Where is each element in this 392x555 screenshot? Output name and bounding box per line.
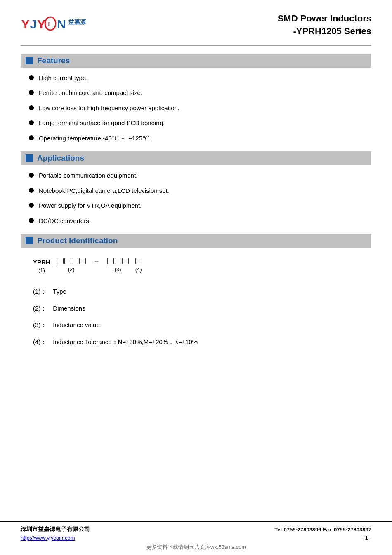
- list-item: Power supply for VTR,OA equipment.: [29, 201, 371, 211]
- list-item: (1)： Type: [33, 287, 371, 296]
- pid-segment-2: (2): [57, 258, 86, 273]
- company-name: 深圳市益嘉源电子有限公司: [21, 526, 90, 533]
- feature-text: Ferrite bobbin core and compact size.: [39, 88, 142, 98]
- features-square-icon: [26, 57, 33, 64]
- pid-label-4: (4): [135, 266, 142, 273]
- applications-section: Applications Portable communication equi…: [21, 151, 371, 225]
- features-section: Features High current type. Ferrite bobb…: [21, 54, 371, 143]
- document-title: SMD Power Inductors -YPRH1205 Series: [278, 12, 371, 38]
- pid-segment-1: YPRH (1): [33, 259, 50, 273]
- pid-box: [57, 258, 64, 264]
- bullet-icon: [29, 173, 34, 178]
- pid-segment-4: (4): [135, 258, 142, 273]
- product-id-section: Product Identification YPRH (1) (2): [21, 234, 371, 346]
- list-item: Large terminal surface for good PCB bond…: [29, 119, 371, 128]
- svg-text:益嘉源: 益嘉源: [68, 19, 86, 25]
- pid-box: [72, 258, 78, 264]
- bullet-icon: [29, 105, 34, 110]
- product-id-header: Product Identification: [21, 234, 371, 248]
- svg-point-4: [46, 18, 55, 30]
- list-item: Notebook PC,digital camera,LCD televisio…: [29, 186, 371, 196]
- feature-text: Large terminal surface for good PCB bond…: [39, 119, 165, 128]
- pid-detail-num: (2): [33, 305, 40, 312]
- list-item: (2)： Dimensions: [33, 304, 371, 313]
- bullet-icon: [29, 75, 34, 80]
- pid-detail-label: Inductance value: [53, 321, 99, 328]
- pid-yprh-text: YPRH: [33, 259, 50, 266]
- page-footer: 深圳市益嘉源电子有限公司 Tel:0755-27803896 Fax:0755-…: [0, 521, 392, 555]
- features-header: Features: [21, 54, 371, 68]
- title-line1: SMD Power Inductors: [278, 12, 371, 25]
- bullet-icon: [29, 203, 34, 208]
- svg-text:Y: Y: [21, 17, 30, 31]
- company-logo: Y J Y i N 益嘉源: [21, 12, 87, 35]
- list-item: Operating temperature:-40℃ ～ +125℃.: [29, 134, 371, 143]
- list-item: Portable communication equipment.: [29, 171, 371, 180]
- title-line2: -YPRH1205 Series: [278, 25, 371, 38]
- bullet-icon: [29, 90, 34, 95]
- pid-box: [135, 258, 142, 264]
- watermark-text: 更多资料下载请到五八文库wk.58sms.com: [21, 543, 371, 551]
- bullet-icon: [29, 120, 34, 125]
- company-url[interactable]: http://www.yjycoin.com: [21, 535, 75, 541]
- pid-detail-num: (4): [33, 338, 40, 345]
- applications-header: Applications: [21, 151, 371, 165]
- features-list: High current type. Ferrite bobbin core a…: [21, 74, 371, 143]
- bullet-icon: [29, 218, 34, 223]
- app-text: DC/DC converters.: [39, 216, 91, 226]
- pid-label-2: (2): [68, 266, 75, 273]
- feature-text: Low core loss for high frequency power a…: [39, 104, 179, 113]
- pid-detail-label: Type: [53, 288, 66, 295]
- pid-label-1: (1): [38, 267, 45, 273]
- list-item: (3)： Inductance value: [33, 320, 371, 330]
- features-title: Features: [37, 56, 70, 65]
- list-item: Ferrite bobbin core and compact size.: [29, 88, 371, 98]
- pid-label-3: (3): [115, 266, 121, 273]
- app-text: Portable communication equipment.: [39, 171, 137, 180]
- pid-detail-label: Inductance Tolerance；N=±30%,M=±20%，K=±10…: [53, 338, 198, 345]
- bullet-icon: [29, 135, 34, 140]
- feature-text: Operating temperature:-40℃ ～ +125℃.: [39, 134, 151, 143]
- product-id-title: Product Identification: [37, 236, 118, 245]
- svg-text:Y: Y: [37, 17, 45, 31]
- pid-segment-3: (3): [107, 258, 129, 273]
- pid-box: [79, 258, 86, 264]
- app-text: Power supply for VTR,OA equipment.: [39, 201, 142, 211]
- page-header: Y J Y i N 益嘉源 SMD Power Inductors -YPRH1…: [21, 12, 371, 46]
- pid-detail-num: (3): [33, 321, 40, 328]
- list-item: DC/DC converters.: [29, 216, 371, 226]
- product-id-diagram: YPRH (1) (2) －: [33, 256, 371, 275]
- app-text: Notebook PC,digital camera,LCD televisio…: [39, 186, 169, 196]
- applications-list: Portable communication equipment. Notebo…: [21, 171, 371, 225]
- svg-text:J: J: [30, 17, 37, 31]
- applications-title: Applications: [37, 154, 84, 163]
- pid-box: [122, 258, 129, 264]
- footer-top-row: 深圳市益嘉源电子有限公司 Tel:0755-27803896 Fax:0755-…: [21, 526, 371, 533]
- pid-dash: －: [92, 256, 101, 267]
- bullet-icon: [29, 188, 34, 193]
- feature-text: High current type.: [39, 74, 87, 83]
- logo-area: Y J Y i N 益嘉源: [21, 12, 87, 35]
- pid-box: [115, 258, 121, 264]
- list-item: Low core loss for high frequency power a…: [29, 104, 371, 113]
- pid-detail-list: (1)： Type (2)： Dimensions (3)： Inductanc…: [21, 287, 371, 346]
- pid-detail-label: Dimensions: [53, 305, 85, 312]
- applications-square-icon: [26, 154, 33, 162]
- footer-bottom-row: http://www.yjycoin.com - 1 -: [21, 535, 371, 541]
- contact-info: Tel:0755-27803896 Fax:0755-27803897: [274, 527, 371, 533]
- pid-box: [107, 258, 114, 264]
- list-item: High current type.: [29, 74, 371, 83]
- svg-text:N: N: [57, 17, 66, 31]
- product-id-square-icon: [26, 237, 33, 244]
- page-number: - 1 -: [362, 535, 371, 541]
- pid-detail-num: (1): [33, 288, 40, 295]
- pid-box: [64, 258, 71, 264]
- svg-text:i: i: [48, 21, 50, 27]
- list-item: (4)： Inductance Tolerance；N=±30%,M=±20%，…: [33, 337, 371, 347]
